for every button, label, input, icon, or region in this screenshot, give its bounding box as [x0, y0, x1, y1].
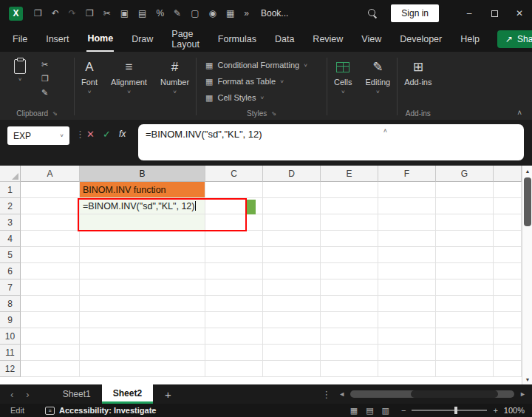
- cell-B1[interactable]: BINOM.INV function: [80, 182, 205, 198]
- tab-developer[interactable]: Developer: [399, 27, 443, 51]
- copy-icon[interactable]: ❐: [86, 8, 94, 18]
- tab-draw[interactable]: Draw: [131, 27, 154, 51]
- cell-A10[interactable]: [21, 328, 80, 345]
- name-box[interactable]: EXP ˅: [7, 126, 69, 145]
- cell-C3[interactable]: [205, 214, 263, 231]
- cell-G6[interactable]: [436, 263, 494, 279]
- format-as-table-button[interactable]: ▦ Format as Table ˅: [205, 74, 327, 89]
- hscroll-left-icon[interactable]: ◄: [338, 390, 345, 398]
- cell-G5[interactable]: [436, 247, 494, 263]
- cell-styles-button[interactable]: ▦ Cell Styles ˅: [205, 90, 327, 105]
- cell-A11[interactable]: [21, 345, 80, 361]
- cell-E2[interactable]: [321, 198, 378, 214]
- redo-icon[interactable]: ↷: [69, 8, 76, 18]
- cell-B3[interactable]: [80, 214, 205, 231]
- percent-icon[interactable]: %: [156, 8, 164, 18]
- cell-D7[interactable]: [263, 279, 321, 296]
- col-header-G[interactable]: G: [436, 166, 494, 182]
- cell-A2[interactable]: [21, 198, 80, 214]
- col-header-E[interactable]: E: [321, 166, 378, 182]
- cell-G3[interactable]: [436, 214, 494, 231]
- formula-bar-collapse-icon[interactable]: ˄: [383, 127, 387, 135]
- row-header-3[interactable]: 3: [0, 214, 21, 231]
- col-header-D[interactable]: D: [263, 166, 321, 182]
- font-group-button[interactable]: A Font ˅: [75, 58, 104, 120]
- sheet-tab-sheet1[interactable]: Sheet1: [52, 384, 102, 404]
- cell-F2[interactable]: [378, 198, 436, 214]
- cut-icon[interactable]: ✂: [103, 8, 111, 18]
- cell-F1[interactable]: [378, 182, 436, 198]
- cell-B8[interactable]: [80, 296, 205, 312]
- sheet-bar-dots-icon[interactable]: ⋮: [321, 384, 331, 404]
- cell-C9[interactable]: [205, 312, 263, 328]
- cell-G4[interactable]: [436, 231, 494, 247]
- accessibility-status[interactable]: Accessibility: Investigate: [59, 406, 156, 415]
- ribbon-collapse-button[interactable]: ˄: [517, 109, 522, 117]
- document-icon[interactable]: ▢: [191, 8, 199, 18]
- cell-A3[interactable]: [21, 214, 80, 231]
- zoom-out-button[interactable]: −: [401, 406, 406, 415]
- tab-help[interactable]: Help: [460, 27, 480, 51]
- cell-G8[interactable]: [436, 296, 494, 312]
- cell-D11[interactable]: [263, 345, 321, 361]
- cell-D10[interactable]: [263, 328, 321, 345]
- zoom-level[interactable]: 100%: [504, 406, 525, 415]
- cell-D8[interactable]: [263, 296, 321, 312]
- conditional-formatting-button[interactable]: ▦ Conditional Formatting ˅: [205, 58, 327, 72]
- cell-G12[interactable]: [436, 361, 494, 377]
- tab-insert[interactable]: Insert: [45, 27, 69, 51]
- cell-G10[interactable]: [436, 328, 494, 345]
- cell-A4[interactable]: [21, 231, 80, 247]
- scroll-up-icon[interactable]: ▲: [522, 166, 532, 176]
- horizontal-scrollbar[interactable]: ◄ ►: [338, 384, 526, 404]
- row-header-9[interactable]: 9: [0, 312, 21, 328]
- tab-view[interactable]: View: [361, 27, 382, 51]
- tab-data[interactable]: Data: [274, 27, 295, 51]
- row-header-7[interactable]: 7: [0, 279, 21, 296]
- cell-E7[interactable]: [321, 279, 378, 296]
- cell-D9[interactable]: [263, 312, 321, 328]
- minimize-button[interactable]: –: [457, 0, 482, 27]
- cell-E5[interactable]: [321, 247, 378, 263]
- alignment-group-button[interactable]: ≡ Alignment ˅: [104, 58, 154, 120]
- col-header-B[interactable]: B: [80, 166, 205, 182]
- zoom-slider-thumb[interactable]: [454, 407, 457, 414]
- cell-F11[interactable]: [378, 345, 436, 361]
- cell-E9[interactable]: [321, 312, 378, 328]
- cell-E4[interactable]: [321, 231, 378, 247]
- row-header-1[interactable]: 1: [0, 182, 21, 198]
- styles-dialog-launcher-icon[interactable]: ⇘: [271, 110, 276, 117]
- share-button[interactable]: ↗ Share ˅: [497, 30, 532, 48]
- cell-B11[interactable]: [80, 345, 205, 361]
- cell-A12[interactable]: [21, 361, 80, 377]
- cell-E10[interactable]: [321, 328, 378, 345]
- cell-F7[interactable]: [378, 279, 436, 296]
- cell-F10[interactable]: [378, 328, 436, 345]
- clipboard-dialog-launcher-icon[interactable]: ⇘: [52, 110, 58, 117]
- row-header-6[interactable]: 6: [0, 263, 21, 279]
- cell-B7[interactable]: [80, 279, 205, 296]
- cell-F6[interactable]: [378, 263, 436, 279]
- cell-A6[interactable]: [21, 263, 80, 279]
- col-header-A[interactable]: A: [21, 166, 80, 182]
- cell-G2[interactable]: [436, 198, 494, 214]
- cell-C10[interactable]: [205, 328, 263, 345]
- cell-B12[interactable]: [80, 361, 205, 377]
- cell-D6[interactable]: [263, 263, 321, 279]
- copy-button[interactable]: ❐: [41, 74, 49, 84]
- cell-E1[interactable]: [321, 182, 378, 198]
- row-header-4[interactable]: 4: [0, 231, 21, 247]
- cell-D1[interactable]: [263, 182, 321, 198]
- tab-file[interactable]: File: [12, 27, 28, 51]
- signin-button[interactable]: Sign in: [391, 4, 439, 22]
- cell-E12[interactable]: [321, 361, 378, 377]
- book-icon[interactable]: ❐: [34, 8, 42, 18]
- paste-icon[interactable]: ▤: [138, 8, 146, 18]
- sheet-tab-sheet2[interactable]: Sheet2: [102, 384, 153, 404]
- close-button[interactable]: ✕: [507, 0, 532, 27]
- cell-E6[interactable]: [321, 263, 378, 279]
- row-header-12[interactable]: 12: [0, 361, 21, 377]
- sheet-prev-icon[interactable]: ‹: [10, 389, 13, 400]
- format-painter-icon[interactable]: ✎: [174, 8, 181, 18]
- cell-A1[interactable]: [21, 182, 80, 198]
